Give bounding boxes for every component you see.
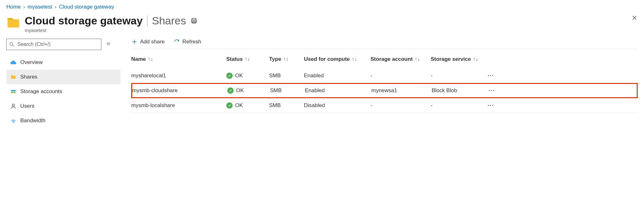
cell-name: mysmb-localshare (131, 102, 226, 109)
column-label: Name (131, 56, 146, 62)
user-icon (10, 103, 16, 109)
storage-icon (10, 88, 16, 95)
toolbar: Add share Refresh (131, 39, 638, 49)
cell-account: - (370, 102, 431, 109)
search-box[interactable] (6, 39, 101, 50)
column-header-status[interactable]: Status ↑↓ (226, 56, 269, 62)
toolbar-divider (131, 49, 638, 49)
cell-name: mysharelocal1 (131, 73, 226, 79)
table-row[interactable]: mysmb-localshareOKSMBDisabled--··· (131, 98, 638, 113)
breadcrumb-home[interactable]: Home (6, 4, 21, 10)
sidebar: Overview Shares Storage accounts Users (6, 39, 120, 128)
cell-type: SMB (269, 102, 304, 109)
cell-status: OK (226, 73, 269, 79)
pin-icon[interactable] (190, 17, 197, 24)
page-title: Cloud storage gateway (25, 15, 143, 27)
ok-icon (226, 73, 233, 79)
chevron-right-icon: › (23, 4, 25, 10)
cell-service: - (431, 102, 481, 109)
column-header-service[interactable]: Storage service ↑↓ (431, 56, 481, 62)
refresh-label: Refresh (183, 39, 202, 45)
search-input[interactable] (17, 41, 99, 48)
sidebar-item-shares[interactable]: Shares (6, 70, 120, 84)
page-subtitle: myasetest (25, 28, 197, 33)
chevron-right-icon: › (55, 4, 57, 10)
cell-account: - (370, 73, 431, 79)
column-label: Storage account (370, 56, 413, 62)
sidebar-item-users[interactable]: Users (6, 99, 120, 113)
table-row[interactable]: mysharelocal1OKSMBEnabled--··· (131, 68, 638, 83)
svg-point-7 (13, 122, 14, 123)
main-content: Add share Refresh Name ↑↓ Status ↑↓ (120, 39, 638, 128)
column-header-name[interactable]: Name ↑↓ (131, 56, 226, 62)
ok-icon (226, 102, 233, 109)
collapse-sidebar-button[interactable] (106, 41, 111, 48)
sort-icon: ↑↓ (352, 56, 357, 62)
cell-type: SMB (269, 73, 304, 79)
table-header: Name ↑↓ Status ↑↓ Type ↑↓ Used for compu… (131, 52, 638, 68)
close-button[interactable] (631, 15, 638, 21)
column-header-type[interactable]: Type ↑↓ (269, 56, 304, 62)
svg-point-6 (12, 104, 15, 106)
sort-icon: ↑↓ (283, 56, 288, 62)
row-more-button[interactable]: ··· (482, 87, 495, 94)
column-header-compute[interactable]: Used for compute ↑↓ (304, 56, 370, 62)
cell-name: mysmb-cloudshare (132, 87, 227, 94)
sidebar-item-label: Users (20, 103, 34, 109)
shares-table: Name ↑↓ Status ↑↓ Type ↑↓ Used for compu… (131, 52, 638, 113)
page-header: Cloud storage gateway Shares myasetest (6, 15, 638, 33)
svg-rect-4 (11, 90, 16, 91)
breadcrumb-resource[interactable]: myasetest (28, 4, 52, 10)
cell-compute: Disabled (304, 102, 370, 109)
sidebar-item-overview[interactable]: Overview (6, 55, 120, 70)
sidebar-item-label: Overview (20, 59, 43, 66)
breadcrumb: Home › myasetest › Cloud storage gateway (6, 4, 638, 10)
cell-status: OK (226, 102, 269, 109)
svg-point-3 (10, 42, 13, 45)
refresh-icon (174, 39, 180, 45)
row-more-button[interactable]: ··· (481, 73, 494, 79)
bandwidth-icon (10, 118, 16, 124)
plus-icon (131, 39, 138, 45)
table-row[interactable]: mysmb-cloudshareOKSMBEnabledmynewsa1Bloc… (131, 83, 638, 98)
sidebar-item-bandwidth[interactable]: Bandwidth (6, 113, 120, 128)
title-divider (147, 15, 147, 27)
add-share-label: Add share (140, 39, 165, 45)
cloud-icon (10, 59, 16, 66)
folder-icon (6, 16, 20, 30)
page-section: Shares (152, 15, 186, 27)
chevron-double-left-icon (106, 41, 111, 46)
cell-type: SMB (270, 87, 305, 94)
svg-rect-0 (192, 18, 196, 20)
row-more-button[interactable]: ··· (481, 102, 494, 109)
cell-account: mynewsa1 (371, 87, 432, 94)
svg-rect-5 (11, 92, 16, 93)
sort-icon: ↑↓ (148, 56, 153, 62)
cell-status: OK (227, 87, 270, 94)
sidebar-item-label: Bandwidth (20, 118, 45, 124)
breadcrumb-blade[interactable]: Cloud storage gateway (59, 4, 114, 10)
sort-icon: ↑↓ (473, 56, 478, 62)
refresh-button[interactable]: Refresh (174, 39, 202, 45)
column-label: Type (269, 56, 281, 62)
sidebar-item-label: Storage accounts (20, 88, 62, 95)
column-header-account[interactable]: Storage account ↑↓ (370, 56, 431, 62)
column-label: Storage service (431, 56, 471, 62)
column-label: Status (226, 56, 243, 62)
add-share-button[interactable]: Add share (131, 39, 165, 45)
sidebar-item-storage-accounts[interactable]: Storage accounts (6, 84, 120, 99)
cell-service: - (431, 73, 481, 79)
search-icon (9, 42, 14, 47)
cell-compute: Enabled (305, 87, 371, 94)
folder-icon (10, 74, 16, 80)
sort-icon: ↑↓ (415, 56, 420, 62)
cell-compute: Enabled (304, 73, 370, 79)
cell-service: Block Blob (432, 87, 482, 94)
ok-icon (227, 87, 234, 94)
sort-icon: ↑↓ (245, 56, 250, 62)
column-label: Used for compute (304, 56, 350, 62)
sidebar-item-label: Shares (20, 74, 37, 80)
